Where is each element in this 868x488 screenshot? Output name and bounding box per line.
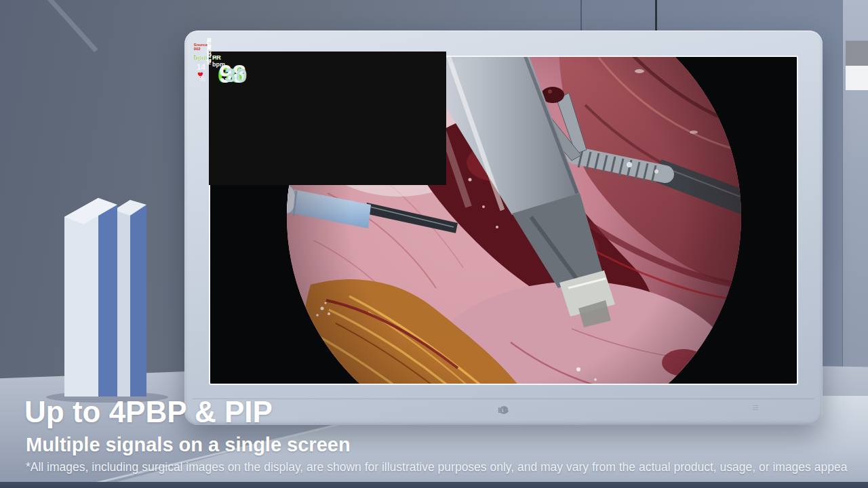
promo-frame: L LG <box>0 0 868 488</box>
decor-pillars <box>34 169 183 403</box>
resp-unit: rpm <box>195 54 206 61</box>
promo-disclaimer: *All images, including surgical images o… <box>26 460 847 474</box>
lg-logo: L LG <box>184 405 823 415</box>
resp-value-box: rpm 30 <box>209 52 210 53</box>
bottom-dark-strip <box>0 482 868 488</box>
lg-logo-text: LG <box>498 406 509 414</box>
wall-gray-rectangle <box>846 41 868 66</box>
wall-light-streak <box>0 0 98 52</box>
promo-heading: Up to 4PBP & PIP <box>24 395 273 429</box>
vitals-pip-panel: 1 mV Mon ECG HR bpm 60 ♥ Source 002 <box>209 52 446 185</box>
cable-line <box>655 0 657 33</box>
bezel-groove <box>193 399 814 399</box>
wall-seam <box>580 0 582 33</box>
promo-subheading: Multiple signals on a single screen <box>26 434 351 456</box>
wall-white-rectangle <box>846 66 868 90</box>
spo2-unit: % <box>199 75 205 83</box>
lg-surgical-monitor: L LG <box>184 30 823 425</box>
resp-value: 30 <box>224 65 247 85</box>
